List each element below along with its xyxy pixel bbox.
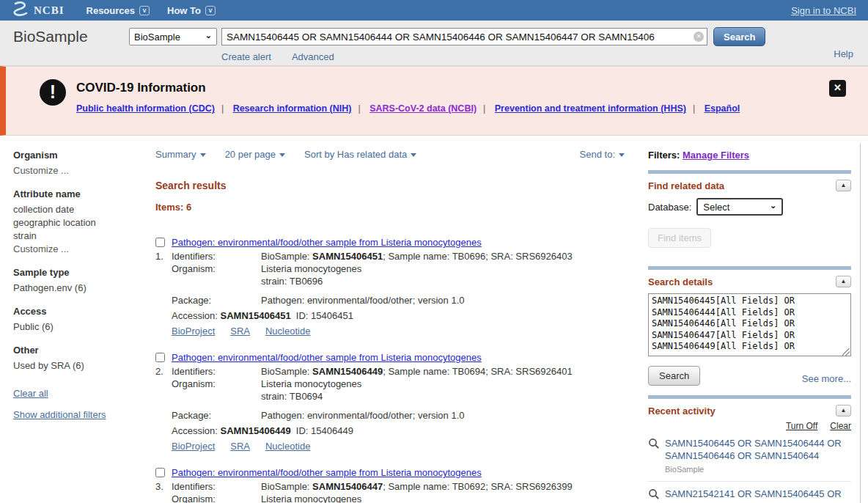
results-column: Summary 20 per page Sort by Has related … [147, 143, 647, 503]
result-title-link[interactable]: Pathogen: environmental/food/other sampl… [172, 352, 482, 363]
facet-collection-date[interactable]: collection date [13, 203, 147, 216]
organism-value: Listeria monocytogenes [261, 493, 647, 503]
clear-search-icon[interactable]: ✕ [694, 32, 704, 42]
collapse-icon[interactable]: ▲ [836, 276, 851, 287]
result-title-link[interactable]: Pathogen: environmental/food/other sampl… [172, 237, 482, 248]
result-item: Pathogen: environmental/food/other sampl… [155, 352, 647, 452]
close-icon[interactable]: ✕ [829, 80, 846, 97]
organism-label: Organism: [172, 378, 261, 390]
facet-header-attribute-name: Attribute name [13, 188, 147, 201]
details-search-button[interactable]: Search [648, 366, 700, 386]
result-number: 2. [155, 365, 172, 378]
covid-link-espanol[interactable]: Español [705, 103, 740, 114]
summary-dropdown[interactable]: Summary [155, 149, 206, 160]
recent-query-link[interactable]: SAMN21542141 OR SAMN15406445 OR SAMN1540… [665, 488, 851, 503]
ncbi-logo-text: NCBI [34, 4, 65, 17]
facet-customize[interactable]: Customize ... [13, 164, 147, 177]
related-database-select[interactable]: Select ⌄ [696, 198, 783, 216]
section-divider [648, 266, 851, 270]
section-divider [648, 395, 851, 399]
sign-in-link[interactable]: Sign in to NCBI [791, 5, 856, 16]
facet-geographic-location[interactable]: geographic location [13, 216, 147, 230]
caret-down-icon [279, 153, 285, 157]
covid-banner: ! COVID-19 Information Public health inf… [0, 66, 868, 136]
organism-value: Listeria monocytogenes [261, 262, 647, 275]
turn-off-link[interactable]: Turn Off [786, 421, 817, 431]
facet-header-sample-type: Sample type [13, 266, 147, 279]
chevron-down-icon: ⌄ [770, 201, 776, 210]
see-more-link[interactable]: See more... [802, 373, 851, 384]
items-count: Items: 6 [155, 202, 647, 213]
facet-header-other: Other [13, 344, 147, 357]
covid-link-hhs[interactable]: Prevention and treatment information (HH… [495, 103, 686, 114]
facet-pathogen-env[interactable]: Pathogen.env (6) [13, 282, 147, 295]
per-page-dropdown[interactable]: 20 per page [225, 149, 285, 160]
recent-activity-item: SAMN21542141 OR SAMN15406445 OR SAMN1540… [648, 482, 851, 503]
identifiers-label: Identifiers: [172, 250, 261, 262]
result-number: 3. [155, 480, 172, 493]
result-title-link[interactable]: Pathogen: environmental/food/other sampl… [172, 467, 482, 478]
filters-line: Filters: Manage Filters [648, 150, 851, 161]
result-checkbox[interactable] [155, 238, 165, 247]
nav-resources[interactable]: Resources v [87, 5, 150, 16]
identifiers-label: Identifiers: [172, 365, 261, 378]
search-details-heading: Search details [648, 276, 713, 287]
sra-link[interactable]: SRA [230, 441, 250, 452]
nucleotide-link[interactable]: Nucleotide [265, 326, 310, 337]
show-additional-filters-link[interactable]: Show additional filters [13, 409, 147, 420]
search-input[interactable] [221, 28, 707, 45]
facet-public[interactable]: Public (6) [13, 320, 147, 334]
collapse-icon[interactable]: ▲ [836, 180, 851, 191]
recent-activity-item: SAMN15406445 OR SAMN15406444 OR SAMN1540… [648, 431, 851, 482]
biosample-search-page: NCBI Resources v How To v Sign in to NCB… [0, 0, 868, 503]
find-related-data-heading: Find related data [648, 180, 724, 191]
caret-down-icon [411, 153, 416, 157]
database-select[interactable]: BioSample ⌄ [129, 28, 217, 45]
sra-link[interactable]: SRA [230, 326, 250, 337]
covid-link-cdc[interactable]: Public health information (CDC) [76, 103, 215, 114]
help-link[interactable]: Help [834, 48, 853, 59]
result-item: Pathogen: environmental/food/other sampl… [155, 237, 647, 337]
database-label: Database: [648, 202, 691, 213]
covid-link-ncbi[interactable]: SARS-CoV-2 data (NCBI) [369, 103, 477, 114]
nav-how-to[interactable]: How To v [167, 5, 216, 16]
identifiers-value: BioSample: SAMN15406449; Sample name: TB… [261, 365, 647, 378]
organism-value: Listeria monocytogenes [261, 378, 647, 390]
organism-label: Organism: [172, 493, 261, 503]
result-item: Pathogen: environmental/food/other sampl… [155, 467, 647, 503]
strain-value: strain: TB0696 [261, 275, 647, 287]
search-details-textarea[interactable]: SAMN15406445[All Fields] OR SAMN15406444… [648, 293, 851, 356]
ncbi-logo[interactable]: NCBI [12, 1, 65, 19]
facet-used-by-sra[interactable]: Used by SRA (6) [13, 359, 147, 372]
recent-query-link[interactable]: SAMN15406445 OR SAMN15406444 OR SAMN1540… [665, 437, 851, 476]
find-items-button[interactable]: Find items [648, 228, 711, 248]
facet-strain[interactable]: strain [13, 230, 147, 243]
result-checkbox[interactable] [155, 353, 165, 362]
results-controls: Summary 20 per page Sort by Has related … [155, 149, 647, 160]
recent-db-label: BioSample [665, 465, 704, 474]
manage-filters-link[interactable]: Manage Filters [683, 150, 749, 161]
covid-link-nih[interactable]: Research information (NIH) [233, 103, 352, 114]
results-list: Pathogen: environmental/food/other sampl… [155, 237, 647, 503]
caret-down-icon [619, 153, 625, 157]
advanced-link[interactable]: Advanced [292, 51, 334, 62]
result-number: 1. [155, 250, 172, 262]
bioproject-link[interactable]: BioProject [172, 441, 215, 452]
create-alert-link[interactable]: Create alert [221, 51, 271, 62]
package-label: Package: [172, 403, 261, 422]
results-heading: Search results [155, 180, 647, 191]
nucleotide-link[interactable]: Nucleotide [265, 441, 310, 452]
search-button[interactable]: Search [713, 27, 765, 46]
result-checkbox[interactable] [155, 468, 165, 477]
resize-handle-icon[interactable] [842, 348, 850, 356]
recent-activity-heading: Recent activity [648, 405, 716, 416]
collapse-icon[interactable]: ▲ [836, 405, 851, 416]
send-to-dropdown[interactable]: Send to: [580, 149, 625, 160]
facet-customize[interactable]: Customize ... [13, 243, 147, 256]
content-area: Organism Customize ... Attribute name co… [0, 143, 868, 503]
clear-all-link[interactable]: Clear all [13, 388, 147, 399]
bioproject-link[interactable]: BioProject [172, 326, 215, 337]
sort-dropdown[interactable]: Sort by Has related data [304, 149, 416, 160]
facet-header-organism: Organism [13, 149, 147, 162]
clear-link[interactable]: Clear [830, 421, 851, 431]
